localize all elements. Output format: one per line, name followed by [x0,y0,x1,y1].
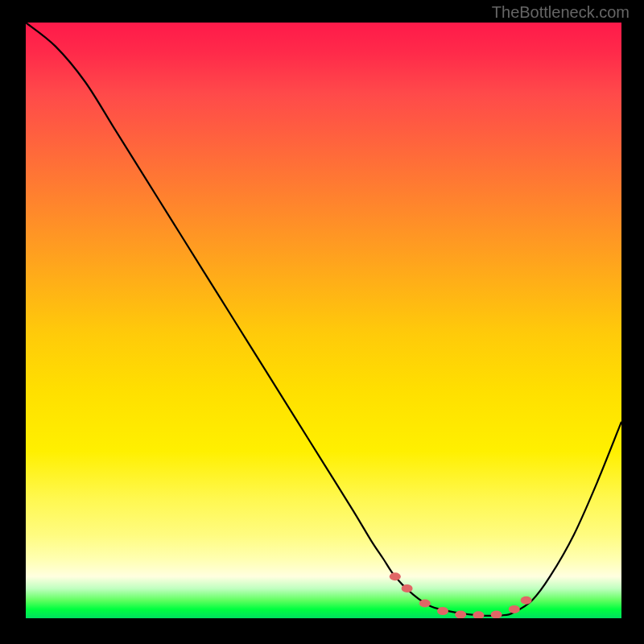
highlight-dot [437,607,448,615]
highlight-dot [419,600,431,608]
bottleneck-curve-line [26,23,621,616]
watermark-text: TheBottleneck.com [492,3,630,22]
highlight-dot [390,572,401,580]
highlight-dot [509,605,520,613]
highlight-dot [473,611,484,618]
chart-container [26,23,621,618]
highlight-dot [402,584,413,592]
chart-svg [26,23,621,618]
highlight-dot [521,597,532,605]
highlight-dot [491,611,502,618]
highlight-markers [390,572,532,618]
